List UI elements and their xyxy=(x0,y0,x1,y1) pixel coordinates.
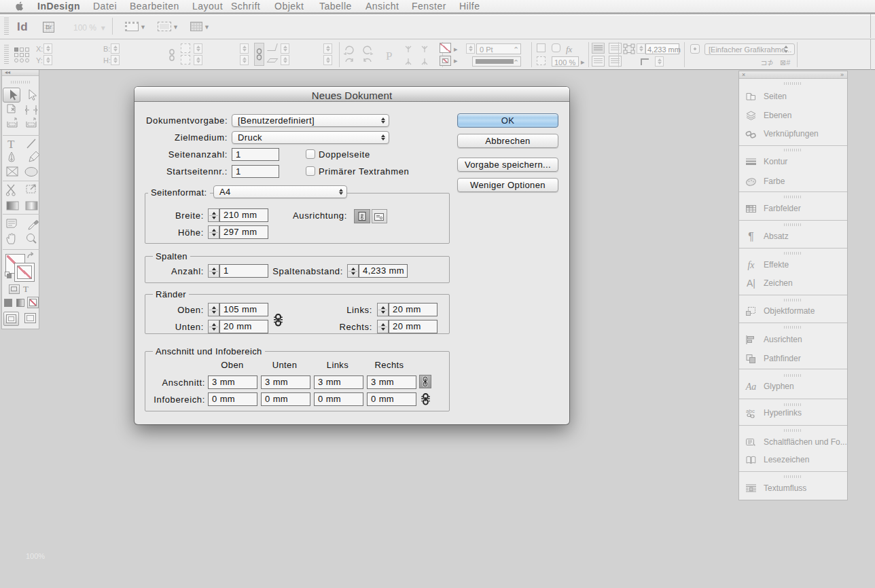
svg-text:T: T xyxy=(7,138,15,151)
svg-text:abc: abc xyxy=(746,408,755,414)
svg-text:P: P xyxy=(386,50,392,62)
